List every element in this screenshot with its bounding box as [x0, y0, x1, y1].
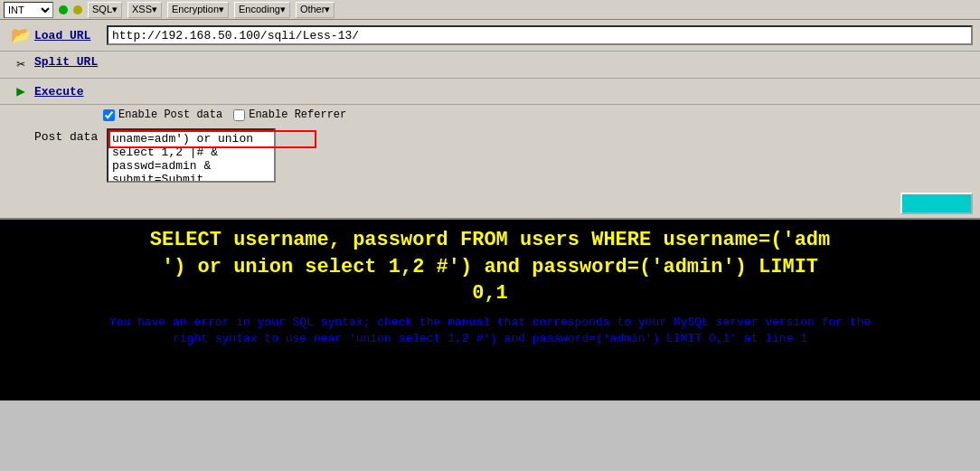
top-section: 📂 Load URL ✂ Split URL ▶ Execute Enable …: [0, 20, 980, 220]
enable-post-checkbox[interactable]: [103, 109, 115, 121]
go-btn-area: [0, 191, 980, 220]
sql-menu[interactable]: SQL▾: [88, 2, 122, 18]
folder-icon: 📂: [11, 25, 31, 45]
xss-menu[interactable]: XSS▾: [127, 2, 162, 18]
load-url-row: 📂 Load URL: [0, 20, 980, 52]
load-url-icon-area: 📂: [7, 25, 34, 45]
postdata-label: Post data: [34, 128, 107, 144]
error-output: You have an error in your SQL syntax; ch…: [11, 315, 969, 347]
checkbox-row: Enable Post data Enable Referrer: [0, 105, 980, 125]
split-icon: ✂: [16, 55, 25, 73]
load-url-label[interactable]: Load URL: [34, 29, 107, 42]
postdata-input[interactable]: uname=adm') or union select 1,2 |# & pas…: [107, 128, 276, 183]
sql-line1: SELECT username, password FROM users WHE…: [11, 227, 969, 254]
encryption-menu[interactable]: Encryption▾: [167, 2, 229, 18]
postdata-row: Post data uname=adm') or union select 1,…: [0, 125, 980, 191]
enable-referrer-label[interactable]: Enable Referrer: [233, 108, 346, 121]
sql-output: SELECT username, password FROM users WHE…: [11, 227, 969, 307]
enable-post-text: Enable Post data: [118, 108, 222, 121]
encoding-menu[interactable]: Encoding▾: [234, 2, 290, 18]
sql-line3: 0,1: [11, 280, 969, 307]
split-url-label[interactable]: Split URL: [34, 55, 107, 69]
enable-referrer-checkbox[interactable]: [233, 109, 245, 121]
bottom-panel: SELECT username, password FROM users WHE…: [0, 220, 980, 400]
execute-icon: ▶: [16, 82, 25, 100]
split-url-icon-area: ✂: [7, 55, 34, 73]
go-button[interactable]: [900, 193, 973, 214]
enable-post-label[interactable]: Enable Post data: [103, 108, 222, 121]
error-line2: right syntax to use near 'union select 1…: [11, 331, 969, 347]
error-line1: You have an error in your SQL syntax; ch…: [11, 315, 969, 331]
split-url-row: ✂ Split URL: [0, 52, 980, 79]
execute-label[interactable]: Execute: [34, 85, 107, 99]
postdata-container: uname=adm') or union select 1,2 |# & pas…: [107, 128, 973, 187]
url-input[interactable]: [107, 25, 973, 45]
other-menu[interactable]: Other▾: [296, 2, 335, 18]
toolbar: INT SQL▾ XSS▾ Encryption▾ Encoding▾ Othe…: [0, 0, 980, 20]
enable-referrer-text: Enable Referrer: [249, 108, 346, 121]
execute-row: ▶ Execute: [0, 79, 980, 105]
sql-line2: ') or union select 1,2 #') and password=…: [11, 254, 969, 281]
status-dot-yellow: [73, 5, 82, 14]
type-select[interactable]: INT: [4, 2, 53, 18]
execute-icon-area: ▶: [7, 82, 34, 100]
status-dot-green: [59, 5, 68, 14]
